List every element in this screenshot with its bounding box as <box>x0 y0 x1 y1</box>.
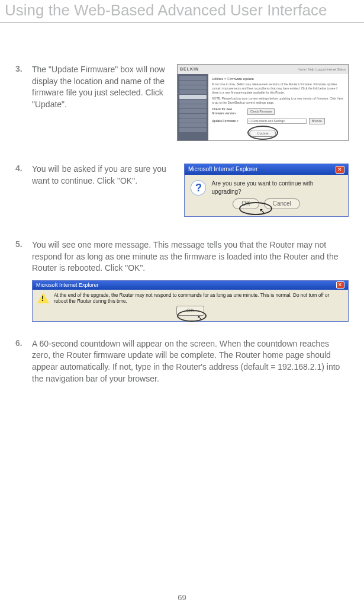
step-text: You will see one more message. This mess… <box>32 239 349 274</box>
question-icon <box>191 180 206 196</box>
ie-warning-dialog: Microsoft Internet Explorer At the end o… <box>32 280 349 322</box>
browse-button[interactable]: Browse <box>309 118 325 124</box>
belkin-logo: BELKIN <box>180 66 199 72</box>
check-firmware-button[interactable]: Check Firmware <box>247 108 275 115</box>
page-title: Using the Web-Based Advanced User Interf… <box>0 0 364 20</box>
step-6: 6. A 60-second countdown will appear on … <box>15 338 349 385</box>
router-admin-screenshot: BELKIN Home | Help | Logout Internet Sta… <box>177 64 349 141</box>
dialog-message: At the end of the upgrade, the Router ma… <box>54 293 343 305</box>
step-number: 6. <box>15 338 32 385</box>
firmware-path-field[interactable]: C:\Documents and Settings\ <box>247 118 307 124</box>
cursor-icon: ↖ <box>197 313 202 322</box>
update-firmware-label: Update Firmware > <box>212 119 245 123</box>
header-links: Home | Help | Logout Internet Status <box>298 68 346 72</box>
step-3: 3. The "Update Firmware" box will now di… <box>15 64 349 141</box>
ie-confirm-dialog: Microsoft Internet Explorer Are you sure… <box>184 164 349 217</box>
step-text: A 60-second countdown will appear on the… <box>32 338 349 385</box>
panel-desc-2: NOTE: Please backup your current setting… <box>212 97 344 105</box>
annotation-circle <box>247 126 278 140</box>
step-4: 4. You will be asked if you are sure you… <box>15 164 349 217</box>
step-number: 3. <box>15 64 32 141</box>
dialog-message: Are you sure you want to continue with u… <box>212 180 342 196</box>
cursor-icon: ↖ <box>259 206 265 216</box>
annotation-circle <box>239 202 272 215</box>
warning-icon <box>37 293 49 303</box>
step-text: You will be asked if you are sure you wa… <box>32 164 176 187</box>
close-icon[interactable] <box>336 166 344 174</box>
check-firmware-label: Check for new firmware version <box>212 107 245 116</box>
close-icon[interactable] <box>336 281 344 289</box>
panel-heading: Utilities > Firmware update <box>212 76 344 81</box>
dialog-title: Microsoft Internet Explorer <box>188 165 257 174</box>
step-text: The "Update Firmware" box will now displ… <box>32 64 169 110</box>
panel-desc-1: From time to time, Belkin may release ne… <box>212 82 344 95</box>
step-number: 4. <box>15 164 32 217</box>
content-area: 3. The "Update Firmware" box will now di… <box>0 23 364 385</box>
step-number: 5. <box>15 239 32 322</box>
sidebar-nav <box>178 74 208 140</box>
page-number: 69 <box>178 593 186 602</box>
step-5: 5. You will see one more message. This m… <box>15 239 349 322</box>
dialog-title: Microsoft Internet Explorer <box>36 281 99 289</box>
